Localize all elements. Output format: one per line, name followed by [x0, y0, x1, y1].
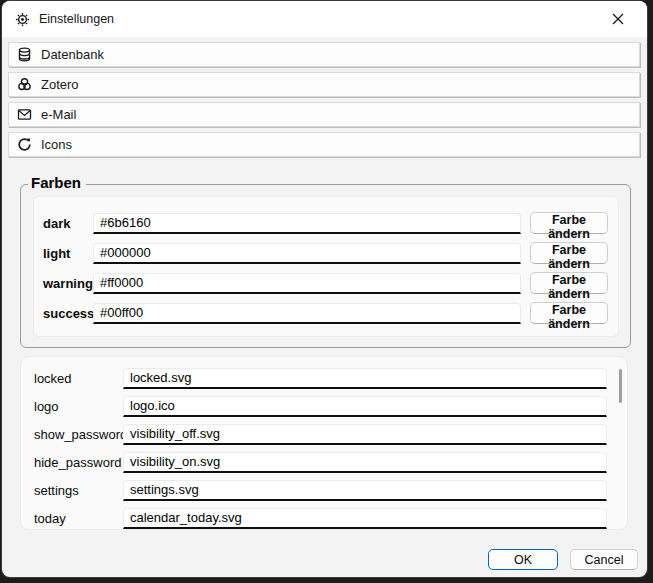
settings-dialog: Einstellungen Datenbank: [2, 1, 647, 577]
section-header-icons[interactable]: Icons: [8, 132, 640, 157]
color-row-warning: warning Farbe ändern: [43, 268, 608, 298]
database-icon: [17, 47, 32, 62]
window-title: Einstellungen: [39, 12, 114, 26]
close-icon: [612, 13, 624, 25]
color-value-input-light[interactable]: [93, 243, 521, 264]
icon-key-label: settings: [34, 483, 123, 498]
icon-file-input-show-password[interactable]: [123, 424, 607, 445]
icon-row-logo: logo: [34, 392, 627, 420]
section-label: Zotero: [41, 77, 79, 92]
icon-file-input-settings[interactable]: [123, 480, 607, 501]
close-button[interactable]: [595, 1, 640, 37]
color-label: success: [43, 306, 93, 321]
icon-key-label: locked: [34, 371, 123, 386]
color-row-dark: dark Farbe ändern: [43, 208, 608, 238]
icon-key-label: logo: [34, 399, 123, 414]
color-label: light: [43, 246, 93, 261]
section-label: e-Mail: [41, 107, 76, 122]
change-color-button-success[interactable]: Farbe ändern: [530, 302, 608, 324]
farben-groupbox: Farben dark Farbe ändern light Farbe änd…: [20, 184, 631, 348]
rotate-icon: [17, 137, 32, 152]
icon-key-label: today: [34, 511, 123, 526]
zotero-knot-icon: [17, 77, 32, 92]
icon-key-label: hide_password: [34, 455, 123, 470]
color-settings-panel: dark Farbe ändern light Farbe ändern war…: [33, 196, 619, 337]
color-label: dark: [43, 216, 93, 231]
color-row-light: light Farbe ändern: [43, 238, 608, 268]
titlebar: Einstellungen: [2, 1, 647, 37]
icon-files-panel: locked logo show_password hide_password …: [20, 356, 628, 530]
ok-button[interactable]: OK: [488, 549, 558, 570]
icon-row-settings: settings: [34, 476, 627, 504]
icon-key-label: show_password: [34, 427, 123, 442]
color-value-input-success[interactable]: [93, 303, 521, 324]
section-header-zotero[interactable]: Zotero: [8, 72, 640, 97]
icon-row-locked: locked: [34, 364, 627, 392]
icon-row-show-password: show_password: [34, 420, 627, 448]
section-label: Icons: [41, 137, 72, 152]
desktop-backdrop: Einstellungen Datenbank: [0, 0, 653, 583]
icon-file-input-locked[interactable]: [123, 368, 607, 389]
farben-group-title: Farben: [28, 174, 86, 191]
color-label: warning: [43, 276, 93, 291]
icons-panel-scrollbar[interactable]: [619, 369, 622, 403]
cancel-button[interactable]: Cancel: [570, 549, 638, 570]
icon-row-today: today: [34, 504, 627, 530]
icon-file-input-logo[interactable]: [123, 396, 607, 417]
color-value-input-warning[interactable]: [93, 273, 521, 294]
envelope-icon: [17, 107, 32, 122]
gear-icon: [15, 12, 30, 27]
change-color-button-warning[interactable]: Farbe ändern: [530, 272, 608, 294]
icon-row-hide-password: hide_password: [34, 448, 627, 476]
color-value-input-dark[interactable]: [93, 213, 521, 234]
section-header-datenbank[interactable]: Datenbank: [8, 42, 640, 67]
color-row-success: success Farbe ändern: [43, 298, 608, 328]
section-header-email[interactable]: e-Mail: [8, 102, 640, 127]
section-label: Datenbank: [41, 47, 104, 62]
icon-file-input-hide-password[interactable]: [123, 452, 607, 473]
change-color-button-dark[interactable]: Farbe ändern: [530, 212, 608, 234]
icon-file-input-today[interactable]: [123, 508, 607, 529]
change-color-button-light[interactable]: Farbe ändern: [530, 242, 608, 264]
